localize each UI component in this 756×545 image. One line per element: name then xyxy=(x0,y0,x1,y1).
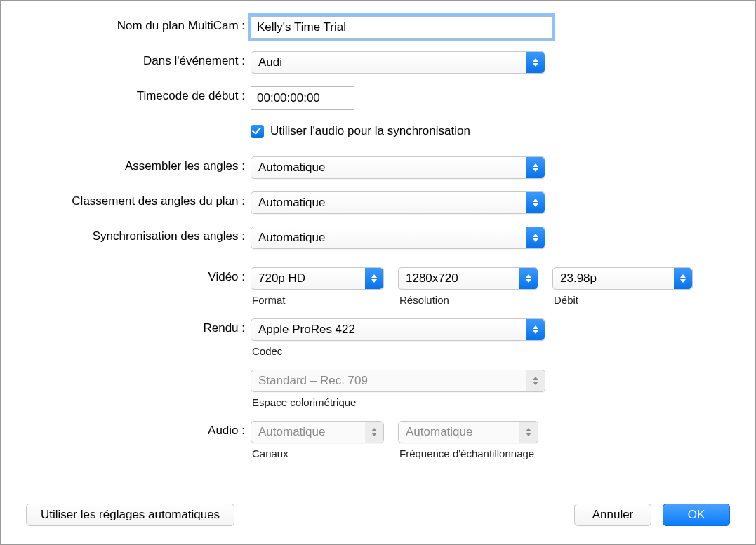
sync-select[interactable]: Automatique xyxy=(251,227,545,249)
start-tc-label: Timecode de début : xyxy=(26,86,251,103)
name-input[interactable] xyxy=(251,16,552,39)
audio-samplerate-sublabel: Fréquence d'échantillonnage xyxy=(398,448,538,459)
audio-channels-sublabel: Canaux xyxy=(251,448,384,459)
video-resolution-select[interactable]: 1280x720 xyxy=(398,267,538,290)
audio-samplerate-value: Automatique xyxy=(406,425,472,439)
start-tc-input[interactable] xyxy=(251,86,354,110)
audio-samplerate-select: Automatique xyxy=(398,421,538,443)
name-label: Nom du plan MultiCam : xyxy=(26,16,251,33)
render-codec-sublabel: Codec xyxy=(251,345,282,357)
stepper-icon xyxy=(519,268,538,289)
render-codec-value: Apple ProRes 422 xyxy=(258,323,355,337)
event-value: Audi xyxy=(258,55,282,69)
sync-value: Automatique xyxy=(258,231,325,245)
multicam-settings-dialog: Nom du plan MultiCam : Dans l'événement … xyxy=(0,0,756,545)
ordering-select[interactable]: Automatique xyxy=(251,191,545,214)
video-resolution-sublabel: Résolution xyxy=(398,294,538,306)
video-resolution-value: 1280x720 xyxy=(406,271,458,285)
use-audio-sync-label: Utiliser l'audio pour la synchronisation xyxy=(270,124,470,138)
ordering-label: Classement des angles du plan : xyxy=(26,191,251,208)
assemble-value: Automatique xyxy=(258,161,325,175)
stepper-icon xyxy=(526,227,545,248)
colorspace-value: Standard – Rec. 709 xyxy=(258,374,368,388)
use-auto-settings-button[interactable]: Utiliser les réglages automatiques xyxy=(26,504,234,526)
audio-channels-select: Automatique xyxy=(251,421,384,443)
stepper-icon xyxy=(526,157,545,178)
stepper-icon xyxy=(526,52,545,73)
video-rate-sublabel: Débit xyxy=(552,294,693,306)
use-audio-sync-checkbox[interactable]: Utiliser l'audio pour la synchronisation xyxy=(251,124,470,138)
video-format-sublabel: Format xyxy=(251,294,384,306)
event-label: Dans l'événement : xyxy=(26,51,251,68)
stepper-icon xyxy=(526,370,545,391)
event-select[interactable]: Audi xyxy=(251,51,545,74)
cancel-button[interactable]: Annuler xyxy=(574,504,651,526)
checkbox-checked-icon xyxy=(251,125,264,138)
video-format-select[interactable]: 720p HD xyxy=(251,267,384,290)
stepper-icon xyxy=(674,268,692,289)
audio-channels-value: Automatique xyxy=(258,425,325,439)
video-rate-select[interactable]: 23.98p xyxy=(552,267,693,290)
colorspace-sublabel: Espace colorimétrique xyxy=(251,396,356,408)
assemble-select[interactable]: Automatique xyxy=(251,156,545,179)
video-rate-value: 23.98p xyxy=(560,271,597,285)
stepper-icon xyxy=(365,268,383,289)
stepper-icon xyxy=(365,422,383,443)
ok-button[interactable]: OK xyxy=(663,504,730,526)
ordering-value: Automatique xyxy=(258,196,325,210)
video-label: Vidéo : xyxy=(26,267,251,284)
audio-label: Audio : xyxy=(26,421,251,438)
colorspace-select: Standard – Rec. 709 xyxy=(251,370,545,392)
sync-label: Synchronisation des angles : xyxy=(26,227,251,243)
render-codec-select[interactable]: Apple ProRes 422 xyxy=(251,318,545,341)
assemble-label: Assembler les angles : xyxy=(26,156,251,173)
stepper-icon xyxy=(519,422,538,443)
stepper-icon xyxy=(526,192,545,213)
video-format-value: 720p HD xyxy=(258,271,305,285)
stepper-icon xyxy=(526,319,545,340)
render-label: Rendu : xyxy=(26,318,251,335)
